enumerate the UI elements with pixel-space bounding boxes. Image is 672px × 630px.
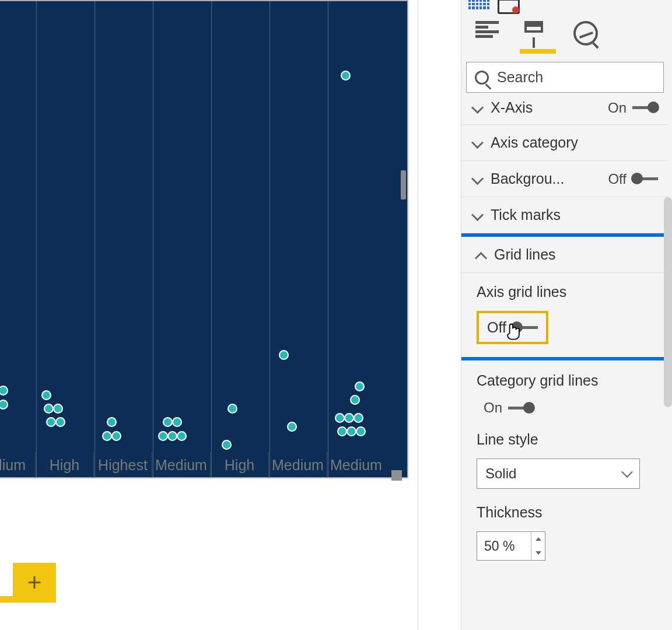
toggle-background[interactable]: Off (608, 171, 658, 187)
data-point (44, 404, 54, 414)
toggle-category-grid-lines[interactable]: On (477, 400, 652, 416)
search-input[interactable]: Search (466, 62, 664, 93)
data-point (53, 404, 63, 414)
data-point (163, 417, 173, 427)
report-canvas: ediumHighHighestMediumHighMediumMedium + (0, 0, 461, 630)
data-point (0, 400, 8, 410)
x-axis-label: High (210, 452, 268, 478)
format-panel: Search X-Axis On Axis category Backgrou.… (461, 0, 672, 630)
data-point (102, 431, 112, 441)
data-point (354, 413, 363, 423)
spinner-buttons[interactable] (531, 532, 545, 560)
search-icon (475, 71, 489, 85)
prop-background[interactable]: Backgrou... Off (461, 161, 667, 197)
resize-handle-right[interactable] (401, 170, 406, 200)
thickness-label: Thickness (477, 504, 652, 521)
resize-handle-corner[interactable] (391, 470, 402, 481)
axis-grid-lines-label: Axis grid lines (477, 284, 649, 300)
search-placeholder: Search (497, 69, 543, 86)
data-point (55, 417, 65, 427)
prop-x-axis[interactable]: X-Axis On (461, 94, 667, 125)
chart-plot-area[interactable] (0, 0, 408, 478)
data-point (167, 431, 177, 441)
highlight-grid-lines-section: Grid lines Axis grid lines Off (461, 233, 667, 360)
data-point (350, 395, 360, 405)
pane-switcher-top (468, 0, 520, 14)
format-properties-list: X-Axis On Axis category Backgrou... Off (461, 94, 667, 630)
data-point (356, 426, 366, 436)
data-point (228, 404, 237, 414)
format-tabs (475, 21, 600, 46)
data-point (107, 417, 117, 427)
thickness-spinner[interactable]: 50 % (477, 531, 545, 561)
data-point (41, 390, 51, 400)
add-page-button[interactable]: + (13, 563, 56, 603)
data-point (158, 431, 168, 441)
chevron-down-icon (621, 466, 633, 478)
x-axis-label: Medium (152, 452, 210, 478)
data-point (346, 426, 356, 436)
canvas-gutter (418, 0, 427, 630)
tab-fields[interactable] (475, 21, 502, 46)
data-point (344, 413, 354, 423)
data-point (177, 431, 187, 441)
prop-axis-category[interactable]: Axis category (461, 125, 667, 161)
line-style-dropdown[interactable]: Solid (477, 459, 640, 489)
data-point (287, 422, 297, 432)
data-point (111, 431, 121, 441)
x-axis-label: Medium (268, 452, 327, 478)
toggle-axis-grid-lines[interactable]: Off (477, 311, 548, 344)
data-point (355, 382, 365, 391)
tab-analytics[interactable] (573, 21, 600, 46)
data-point (337, 426, 347, 436)
x-axis-label: edium (0, 452, 35, 478)
prop-grid-lines[interactable]: Grid lines (461, 237, 664, 273)
data-point (46, 417, 56, 427)
cursor-hand-icon (505, 321, 522, 342)
page-tab-sliver (0, 596, 13, 603)
chevron-down-icon (471, 137, 482, 149)
chevron-down-icon (471, 102, 482, 114)
toggle-x-axis[interactable]: On (608, 100, 658, 116)
chevron-down-icon (471, 209, 482, 221)
panel-scrollbar[interactable] (664, 197, 672, 407)
x-axis-label: Medium (327, 452, 385, 478)
prop-tick-marks[interactable]: Tick marks (461, 197, 667, 233)
data-point (341, 71, 351, 80)
bookmark-camera-icon[interactable] (498, 0, 520, 14)
x-axis-label: High (35, 452, 93, 478)
data-point (335, 413, 345, 423)
chevron-down-icon (471, 173, 482, 185)
x-axis-label: Highest (93, 452, 152, 478)
data-point (0, 386, 8, 396)
tab-format[interactable] (524, 21, 551, 46)
chevron-up-icon (474, 249, 486, 261)
data-point (222, 440, 232, 450)
data-point (172, 417, 182, 427)
line-style-label: Line style (477, 431, 652, 448)
data-point (279, 350, 289, 360)
x-axis-category-labels: ediumHighHighestMediumHighMediumMedium (0, 452, 408, 478)
category-grid-lines-label: Category grid lines (477, 372, 652, 389)
visualizations-grid-icon[interactable] (468, 0, 489, 9)
